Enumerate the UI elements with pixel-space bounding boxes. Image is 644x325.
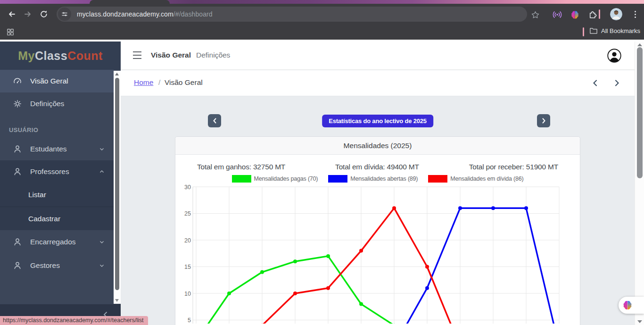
legend-label: Mensalidades em dívida (86) [450, 175, 523, 182]
legend-swatch-blue [328, 175, 347, 183]
brain-extension-fab[interactable] [619, 297, 644, 314]
page-scrollbar-thumb[interactable] [637, 47, 643, 178]
gauge-icon [13, 76, 22, 86]
browser-active-tab[interactable] [90, 0, 170, 4]
sidebar-item-label: Visão Geral [30, 77, 68, 85]
legend-item-abertas[interactable]: Mensalidades abertas (89) [328, 175, 418, 183]
person-icon [13, 237, 22, 247]
screen: myclass.dondzaneacademy.com/#/dashboard [0, 0, 644, 325]
sidebar-item-definicoes[interactable]: Definições [0, 92, 114, 115]
sidebar-subitem-label: Listar [28, 191, 46, 199]
next-year-button[interactable] [537, 114, 550, 127]
navbar-link-visao-geral[interactable]: Visão Geral [151, 51, 191, 59]
logo-area[interactable]: MyClassCount [0, 42, 121, 70]
svg-text:20: 20 [184, 237, 191, 244]
sidebar-section-usuario: USUÁRIO [0, 122, 114, 138]
bookmarks-bar: All Bookmarks [0, 25, 644, 40]
main-area: Visão Geral Definições Home / Visão Gera… [121, 42, 635, 325]
toolbar-theme-divider [599, 9, 600, 19]
app-window: MyClassCount Visão Geral Definições USUÁ… [0, 42, 644, 325]
sidebar-item-gestores[interactable]: Gestores [0, 254, 114, 277]
chart-area: 30252015105 [175, 183, 567, 324]
person-icon [13, 261, 22, 270]
legend-swatch-red [428, 175, 447, 183]
chevron-up-icon [99, 168, 105, 175]
sidebar-subitem-cadastrar[interactable]: Cadastrar [0, 207, 114, 230]
breadcrumb-current: Visão Geral [165, 78, 203, 87]
browser-profile-avatar[interactable] [610, 8, 622, 20]
url-text[interactable]: myclass.dondzaneacademy.com/#/dashboard [77, 10, 213, 18]
breadcrumb: Home / Visão Geral [121, 70, 635, 96]
legend-swatch-green [232, 175, 251, 183]
bookmarks-theme-divider [583, 27, 584, 36]
legend-label: Mensalidades abertas (89) [350, 175, 418, 182]
site-settings-icon[interactable] [58, 8, 71, 21]
sidebar-menu: Visão Geral Definições USUÁRIO Estudante… [0, 70, 114, 277]
breadcrumb-home-link[interactable]: Home [134, 78, 153, 87]
total-por-receber: Total por receber: 51900 MT [469, 163, 558, 171]
total-divida: Total em dívida: 49400 MT [335, 163, 419, 171]
gear-icon [13, 99, 22, 108]
browser-menu-icon[interactable] [632, 9, 638, 19]
sidebar-item-label: Estudantes [30, 145, 67, 153]
url-path: /#/dashboard [173, 10, 213, 18]
top-navbar: Visão Geral Definições [121, 42, 635, 70]
legend-item-pagas[interactable]: Mensalidades pagas (70) [232, 175, 318, 183]
sidebar-scrollbar[interactable] [114, 71, 121, 304]
user-avatar-icon[interactable] [607, 49, 621, 63]
breadcrumb-next-icon[interactable] [613, 79, 620, 87]
sidebar-subitem-label: Cadastrar [28, 215, 60, 223]
broadcast-extension-icon[interactable] [552, 9, 563, 20]
scroll-up-arrow[interactable] [637, 43, 642, 46]
navbar-link-definicoes[interactable]: Definições [196, 51, 230, 59]
brain-icon [622, 300, 633, 311]
chevron-left-icon [212, 117, 217, 124]
svg-text:30: 30 [184, 184, 191, 191]
sidebar-item-estudantes[interactable]: Estudantes [0, 138, 114, 160]
chevron-down-icon [99, 146, 105, 152]
sidebar-scrollbar-thumb[interactable] [115, 78, 119, 290]
all-bookmarks-button[interactable]: All Bookmarks [589, 27, 640, 34]
breadcrumb-separator: / [158, 78, 160, 87]
extensions-puzzle-icon[interactable] [586, 9, 598, 20]
bookmark-star-icon[interactable] [529, 8, 541, 21]
previous-year-button[interactable] [208, 114, 221, 127]
reload-button[interactable] [36, 6, 52, 22]
folder-icon [589, 27, 598, 34]
forward-button[interactable] [20, 6, 36, 22]
page-scrollbar[interactable] [635, 42, 644, 325]
sidebar-item-label: Encarregados [30, 238, 76, 246]
chevron-down-icon [99, 262, 105, 269]
back-button[interactable] [4, 6, 20, 22]
svg-text:15: 15 [184, 264, 191, 270]
svg-text:10: 10 [184, 291, 191, 297]
totals-row: Total em ganhos: 32750 MT Total em dívid… [175, 155, 580, 171]
sidebar-subitem-listar[interactable]: Listar [0, 183, 114, 207]
scroll-down-arrow[interactable] [115, 299, 119, 302]
chevron-right-icon [541, 117, 546, 124]
scroll-down-arrow[interactable] [637, 320, 642, 323]
sidebar-item-professores[interactable]: Professores [0, 160, 114, 183]
scroll-up-arrow[interactable] [115, 73, 119, 75]
all-bookmarks-label: All Bookmarks [601, 27, 640, 34]
status-bar-link-preview: https://myclass.dondzaneacademy.com/#/te… [0, 316, 148, 325]
hamburger-menu-icon[interactable] [133, 51, 141, 59]
svg-text:25: 25 [184, 210, 191, 217]
svg-text:5: 5 [188, 317, 191, 324]
stats-year-button[interactable]: Estatísticas do ano lectivo de 2025 [322, 115, 433, 127]
brain-extension-icon[interactable] [569, 9, 580, 20]
legend-item-divida[interactable]: Mensalidades em dívida (86) [428, 175, 523, 183]
person-icon [13, 144, 22, 154]
sidebar-item-label: Professores [30, 167, 69, 176]
url-bar[interactable]: myclass.dondzaneacademy.com/#/dashboard [57, 7, 527, 22]
tab-grid-icon[interactable] [5, 26, 16, 38]
monthly-line-chart: 30252015105 [175, 183, 567, 324]
sidebar-item-encarregados[interactable]: Encarregados [0, 230, 114, 254]
breadcrumb-prev-icon[interactable] [592, 79, 599, 87]
app-logo: MyClassCount [18, 49, 103, 63]
sidebar-item-label: Gestores [30, 261, 60, 270]
chevron-down-icon [99, 239, 105, 245]
year-pager: Estatísticas do ano lectivo de 2025 [175, 114, 580, 127]
sidebar-item-visao-geral[interactable]: Visão Geral [0, 70, 114, 92]
chart-legend: Mensalidades pagas (70) Mensalidades abe… [175, 175, 580, 183]
